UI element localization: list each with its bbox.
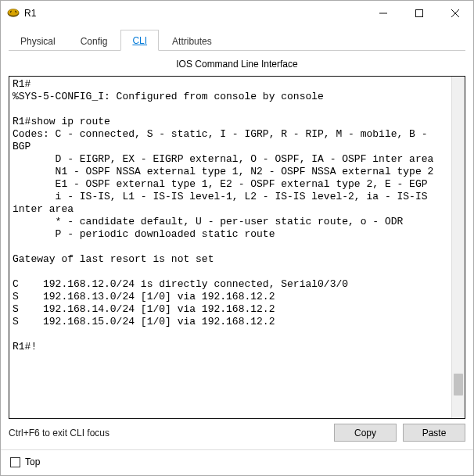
close-button[interactable] (437, 1, 473, 26)
tab-attributes[interactable]: Attributes (160, 30, 224, 51)
terminal-container: R1# %SYS-5-CONFIG_I: Configured from con… (9, 76, 465, 419)
app-window: R1 Physical Config CLI Attributes IOS Co… (0, 0, 474, 476)
paste-button[interactable]: Paste (403, 424, 465, 442)
top-label: Top (25, 456, 40, 467)
maximize-button[interactable] (401, 1, 437, 26)
window-title: R1 (24, 8, 36, 19)
minimize-button[interactable] (365, 1, 401, 26)
tab-cli[interactable]: CLI (120, 30, 159, 51)
window-controls (365, 1, 473, 26)
tab-config[interactable]: Config (69, 30, 120, 51)
divider (1, 449, 473, 450)
footer-row: Top (9, 455, 465, 471)
top-checkbox[interactable] (10, 457, 20, 467)
content-area: Physical Config CLI Attributes IOS Comma… (1, 26, 473, 475)
copy-button[interactable]: Copy (334, 424, 397, 442)
svg-rect-3 (416, 10, 423, 17)
router-icon (7, 7, 20, 20)
titlebar[interactable]: R1 (1, 1, 473, 26)
scrollbar-track[interactable] (451, 77, 465, 418)
scrollbar-thumb[interactable] (454, 374, 463, 395)
tab-bar: Physical Config CLI Attributes (9, 29, 465, 51)
tab-physical[interactable]: Physical (9, 30, 67, 51)
panel-title: IOS Command Line Interface (9, 51, 465, 76)
focus-hint: Ctrl+F6 to exit CLI focus (9, 428, 328, 438)
svg-point-1 (8, 9, 19, 16)
cli-terminal[interactable]: R1# %SYS-5-CONFIG_I: Configured from con… (9, 77, 451, 418)
terminal-footer-row: Ctrl+F6 to exit CLI focus Copy Paste (9, 424, 465, 442)
